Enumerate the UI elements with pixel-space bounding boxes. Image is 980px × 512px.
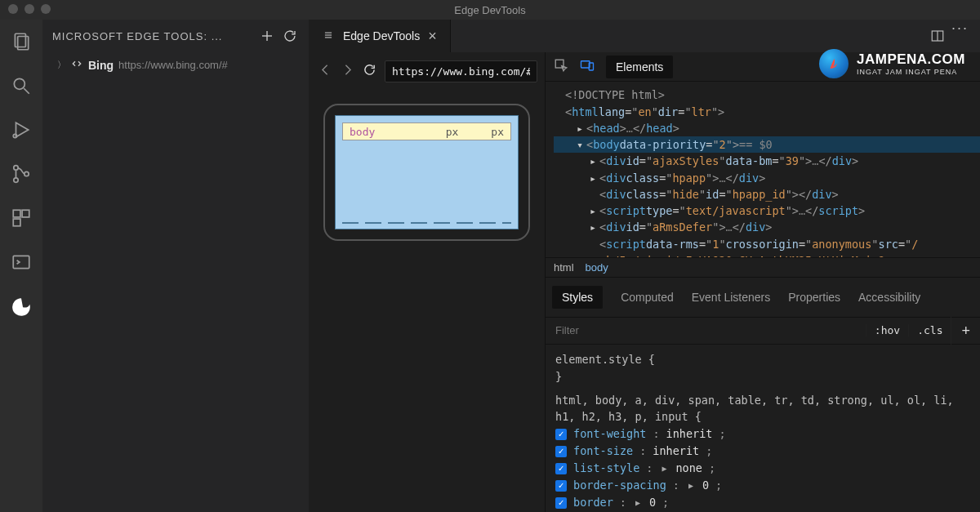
watermark-tagline: INGAT JAM INGAT PENA <box>857 68 965 76</box>
new-style-rule-icon[interactable]: + <box>951 317 980 345</box>
svg-point-8 <box>24 171 29 176</box>
tab-computed[interactable]: Computed <box>621 291 674 304</box>
styles-tabbar: Styles Computed Event Listeners Properti… <box>546 278 980 317</box>
split-editor-icon[interactable] <box>924 20 951 52</box>
navigation-bar <box>309 52 545 91</box>
tab-event-listeners[interactable]: Event Listeners <box>692 291 771 304</box>
overlay-height: px <box>491 126 504 138</box>
watermark-logo-icon <box>819 49 849 78</box>
add-button[interactable] <box>258 27 276 45</box>
tree-item-name: Bing <box>88 59 114 72</box>
sidebar-header: MICROSOFT EDGE TOOLS: ... <box>42 20 309 52</box>
extensions-icon[interactable] <box>11 207 32 229</box>
editor-tab-bar: Edge DevTools × ··· <box>309 20 980 52</box>
breadcrumb[interactable]: html body <box>546 257 980 278</box>
list-icon <box>322 29 335 43</box>
tab-edge-devtools[interactable]: Edge DevTools × <box>309 20 451 52</box>
terminal-icon[interactable] <box>11 252 32 273</box>
style-checkbox[interactable] <box>555 446 567 457</box>
nav-back-icon[interactable] <box>318 63 332 80</box>
debug-icon[interactable] <box>11 119 32 140</box>
preview-pane: body px px <box>309 52 546 512</box>
more-actions-icon[interactable]: ··· <box>951 20 980 52</box>
svg-rect-10 <box>22 210 29 217</box>
styles-filter-input[interactable] <box>546 324 866 336</box>
devtools-tabbar: Elements JAMPENA.COM INGAT JAM INGAT PEN… <box>546 52 980 82</box>
sidebar: MICROSOFT EDGE TOOLS: ... 〉 Bing https:/… <box>42 20 309 512</box>
tab-close-icon[interactable]: × <box>428 29 437 43</box>
sidebar-title: MICROSOFT EDGE TOOLS: ... <box>52 30 253 42</box>
svg-point-6 <box>14 166 18 170</box>
style-checkbox[interactable] <box>555 480 567 492</box>
crumb-body[interactable]: body <box>586 261 608 274</box>
element-overlay: body px px <box>342 122 511 140</box>
traffic-max[interactable] <box>41 4 51 14</box>
chevron-right-icon: 〉 <box>57 59 65 71</box>
preview-ruler <box>342 222 511 224</box>
device-frame: body px px <box>323 104 530 241</box>
refresh-button[interactable] <box>281 27 299 45</box>
nav-reload-icon[interactable] <box>363 63 376 80</box>
address-bar[interactable] <box>385 60 537 82</box>
tab-label: Edge DevTools <box>343 29 420 42</box>
nav-forward-icon[interactable] <box>341 63 354 80</box>
styles-panel[interactable]: element.style {}html, body, a, div, span… <box>546 345 980 512</box>
tab-accessibility[interactable]: Accessibility <box>858 291 920 304</box>
hov-toggle[interactable]: :hov <box>866 324 908 336</box>
globe-code-icon <box>70 57 83 73</box>
svg-rect-21 <box>581 60 590 67</box>
editor-area: Edge DevTools × ··· b <box>309 20 980 512</box>
source-control-icon[interactable] <box>11 163 32 185</box>
svg-rect-9 <box>13 210 20 217</box>
overlay-width: px <box>446 126 459 138</box>
svg-line-3 <box>24 88 29 94</box>
dom-tree[interactable]: <!DOCTYPE html><html lang="en" dir="ltr"… <box>546 82 980 256</box>
style-checkbox[interactable] <box>555 429 567 440</box>
tree-item-bing[interactable]: 〉 Bing https://www.bing.com/# <box>42 52 309 78</box>
inspect-icon[interactable] <box>554 58 568 76</box>
device-toggle-icon[interactable] <box>580 58 595 76</box>
traffic-close[interactable] <box>8 4 18 14</box>
svg-marker-4 <box>16 122 29 136</box>
overlay-tag: body <box>350 126 375 138</box>
files-icon[interactable] <box>11 31 32 52</box>
style-checkbox[interactable] <box>555 497 567 509</box>
tree-item-url: https://www.bing.com/# <box>118 59 228 71</box>
cls-toggle[interactable]: .cls <box>908 324 951 336</box>
tab-styles[interactable]: Styles <box>552 286 603 309</box>
watermark: JAMPENA.COM INGAT JAM INGAT PENA <box>819 49 965 78</box>
traffic-min[interactable] <box>24 4 34 14</box>
watermark-brand: JAMPENA.COM <box>857 51 965 68</box>
window-titlebar: Edge DevTools <box>0 0 980 20</box>
tab-properties[interactable]: Properties <box>788 291 840 304</box>
svg-point-5 <box>13 134 16 137</box>
crumb-html[interactable]: html <box>554 261 574 274</box>
traffic-lights <box>8 4 51 14</box>
styles-filter-row: :hov .cls + <box>546 317 980 345</box>
window-title: Edge DevTools <box>454 4 525 16</box>
tab-elements[interactable]: Elements <box>606 56 673 78</box>
edge-tools-icon[interactable] <box>10 296 33 318</box>
devtools-pane: Elements JAMPENA.COM INGAT JAM INGAT PEN… <box>546 52 980 512</box>
search-icon[interactable] <box>11 75 32 96</box>
svg-rect-11 <box>13 219 20 226</box>
activity-bar <box>0 20 42 512</box>
preview-screen[interactable]: body px px <box>335 115 519 229</box>
svg-point-2 <box>14 78 24 89</box>
style-checkbox[interactable] <box>555 463 567 474</box>
svg-point-7 <box>14 178 18 182</box>
svg-rect-12 <box>13 256 29 268</box>
